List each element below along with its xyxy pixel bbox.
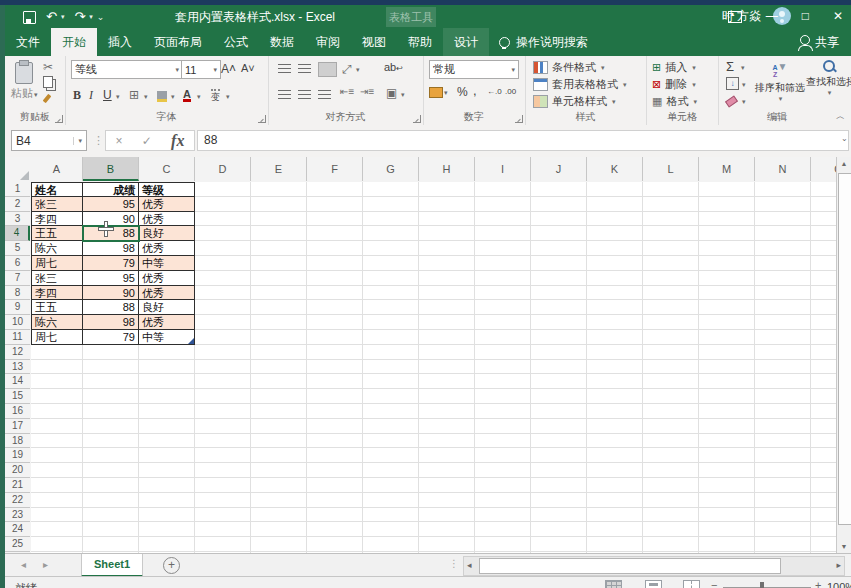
table-cell-r11c2[interactable]: 79: [83, 330, 139, 345]
font-color-icon[interactable]: A: [183, 89, 191, 102]
maximize-button[interactable]: □: [802, 5, 809, 28]
tab-设计[interactable]: 设计: [443, 28, 489, 56]
row-header-23[interactable]: 23: [5, 508, 30, 523]
redo-icon[interactable]: ↷: [74, 9, 85, 25]
increase-decimal-icon[interactable]: ←.0: [487, 87, 502, 96]
row-header-20[interactable]: 20: [5, 463, 30, 478]
col-header-C[interactable]: C: [139, 157, 195, 181]
table-cell-r2c2[interactable]: 95: [83, 197, 139, 212]
undo-icon[interactable]: ↶: [46, 9, 57, 25]
row-header-6[interactable]: 6: [5, 256, 30, 271]
conditional-formatting-button[interactable]: 条件格式▾: [533, 60, 605, 75]
col-header-D[interactable]: D: [195, 157, 251, 181]
save-icon[interactable]: [23, 11, 36, 24]
increase-indent-icon[interactable]: ⇥≡: [360, 86, 374, 97]
alignment-dialog-launcher[interactable]: [413, 115, 421, 123]
find-select-button[interactable]: 查找和选择 ▾: [806, 60, 851, 97]
format-painter-icon[interactable]: [43, 94, 52, 103]
clipboard-dialog-launcher[interactable]: [55, 115, 63, 123]
row-header-10[interactable]: 10: [5, 315, 30, 330]
table-cell-r3c3[interactable]: 优秀: [139, 212, 195, 227]
table-cell-r8c1[interactable]: 李四: [31, 286, 83, 301]
customize-qat-icon[interactable]: ⌄: [97, 12, 105, 22]
close-button[interactable]: ✕: [833, 5, 843, 28]
fill-color-dropdown-icon[interactable]: ▾: [171, 93, 175, 101]
accounting-format-icon[interactable]: [429, 87, 443, 98]
borders-icon[interactable]: ⊞: [129, 88, 139, 102]
align-left-icon[interactable]: [278, 90, 291, 99]
table-cell-r2c3[interactable]: 优秀: [139, 197, 195, 212]
sort-filter-button[interactable]: AZ▼ 排序和筛选 ▾: [752, 60, 808, 103]
vertical-scrollbar[interactable]: ▲ ▼: [836, 157, 851, 553]
percent-style-icon[interactable]: %: [457, 85, 468, 99]
scroll-down-icon[interactable]: ▼: [837, 543, 851, 550]
table-cell-r11c3[interactable]: 中等: [139, 330, 195, 345]
clear-icon[interactable]: [725, 95, 738, 107]
phonetic-guide-icon[interactable]: 变: [211, 89, 220, 104]
normal-view-icon[interactable]: [605, 580, 622, 588]
table-cell-r11c1[interactable]: 周七: [31, 330, 83, 345]
horizontal-scroll-thumb[interactable]: [479, 558, 781, 574]
row-header-13[interactable]: 13: [5, 360, 30, 375]
table-cell-r7c2[interactable]: 95: [83, 271, 139, 286]
table-cell-r10c2[interactable]: 98: [83, 315, 139, 330]
table-cell-r1c2[interactable]: 成绩: [83, 182, 139, 197]
table-cell-r10c1[interactable]: 陈六: [31, 315, 83, 330]
table-cell-r1c1[interactable]: 姓名: [31, 182, 83, 197]
col-header-O[interactable]: O: [811, 157, 836, 181]
formula-input[interactable]: 88: [197, 130, 849, 151]
wrap-text-icon[interactable]: ab↩: [384, 61, 403, 73]
cell-styles-button[interactable]: 单元格样式▾: [533, 94, 616, 109]
decrease-indent-icon[interactable]: ⇤≡: [340, 86, 354, 97]
insert-cells-button[interactable]: ⊞插入▾: [652, 60, 696, 75]
tab-视图[interactable]: 视图: [351, 28, 397, 56]
cancel-entry-icon[interactable]: ×: [116, 134, 123, 148]
table-cell-r9c3[interactable]: 良好: [139, 300, 195, 315]
col-header-G[interactable]: G: [363, 157, 419, 181]
underline-dropdown-icon[interactable]: ▾: [116, 93, 120, 101]
zoom-slider-thumb[interactable]: [760, 582, 764, 588]
shrink-font-icon[interactable]: A˅: [241, 62, 255, 74]
col-header-L[interactable]: L: [643, 157, 699, 181]
insert-function-icon[interactable]: fx: [171, 132, 184, 150]
collapse-ribbon-icon[interactable]: ︿: [836, 110, 845, 123]
fill-icon[interactable]: ↓: [726, 77, 739, 90]
tab-数据[interactable]: 数据: [259, 28, 305, 56]
name-box-dropdown-icon[interactable]: ▾: [73, 137, 82, 145]
row-header-22[interactable]: 22: [5, 493, 30, 508]
font-name-combo[interactable]: 等线▾: [71, 60, 183, 79]
row-header-21[interactable]: 21: [5, 478, 30, 493]
row-header-4[interactable]: 4: [5, 226, 30, 241]
col-header-E[interactable]: E: [251, 157, 307, 181]
tell-me-search[interactable]: 操作说明搜索: [499, 28, 588, 56]
table-cell-r8c2[interactable]: 90: [83, 286, 139, 301]
phonetic-dropdown-icon[interactable]: ▾: [226, 93, 230, 101]
tab-文件[interactable]: 文件: [5, 28, 51, 56]
share-button[interactable]: 共享: [800, 28, 839, 56]
font-dialog-launcher[interactable]: [258, 115, 266, 123]
redo-dropdown-icon[interactable]: ▾: [89, 13, 93, 21]
autosum-icon[interactable]: Σ: [726, 59, 734, 74]
align-bottom-icon[interactable]: [318, 62, 337, 77]
row-header-2[interactable]: 2: [5, 197, 30, 212]
tab-帮助[interactable]: 帮助: [397, 28, 443, 56]
next-sheet-icon[interactable]: ▸: [43, 559, 48, 570]
delete-cells-button[interactable]: ⊠删除▾: [652, 77, 696, 92]
table-cell-r6c3[interactable]: 中等: [139, 256, 195, 271]
col-header-A[interactable]: A: [31, 157, 83, 181]
row-header-12[interactable]: 12: [5, 345, 30, 360]
clear-dropdown-icon[interactable]: ▾: [742, 98, 746, 106]
select-all-corner[interactable]: [5, 157, 32, 183]
table-cell-r9c1[interactable]: 王五: [31, 300, 83, 315]
table-cell-r4c3[interactable]: 良好: [139, 226, 195, 241]
table-cell-r9c2[interactable]: 88: [83, 300, 139, 315]
table-cell-r3c1[interactable]: 李四: [31, 212, 83, 227]
scroll-right-icon[interactable]: ▸: [836, 560, 841, 570]
row-headers[interactable]: 1234567891011121314151617181920212223242…: [5, 182, 32, 553]
copy-icon[interactable]: [43, 76, 53, 88]
format-cells-button[interactable]: ▦格式▾: [652, 94, 697, 109]
sheet-tab-sheet1[interactable]: Sheet1: [81, 554, 143, 577]
borders-dropdown-icon[interactable]: ▾: [144, 93, 148, 101]
col-header-I[interactable]: I: [475, 157, 531, 181]
row-header-14[interactable]: 14: [5, 374, 30, 389]
